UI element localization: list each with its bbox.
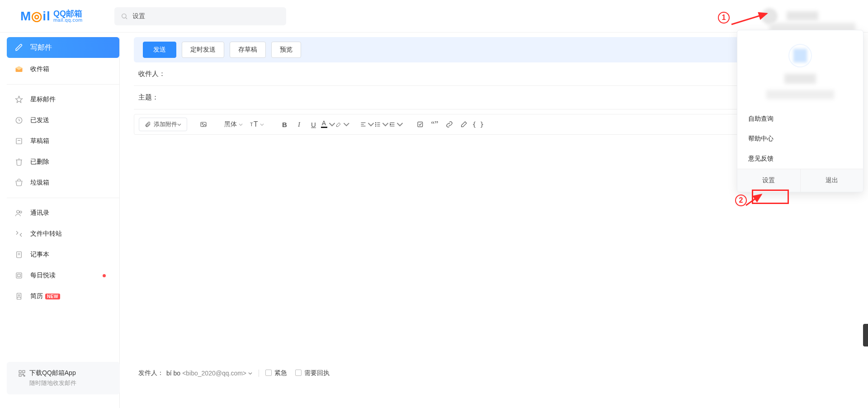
font-family-select[interactable]: 黑体 [221,120,246,128]
compose-footer: 发件人： bí bo <bibo_2020@qq.com> 紧急 需要回执 [134,363,861,383]
indent-button[interactable] [389,118,403,131]
chevron-down-icon [329,121,335,128]
sidebar-item-label: 收件箱 [30,65,49,73]
text-color-button[interactable]: A [321,118,335,131]
download-sub: 随时随地收发邮件 [29,379,120,387]
svg-rect-15 [19,370,21,373]
menu-feedback[interactable]: 意见反馈 [737,149,863,169]
menu-settings[interactable]: 设置 [737,169,800,192]
chevron-down-icon[interactable] [248,371,252,375]
list-button[interactable] [374,118,389,131]
sidebar-item-label: 已发送 [30,116,49,124]
chevron-down-icon [239,123,243,127]
underline-button[interactable]: U [307,118,321,131]
sidebar-item-label: 每日悦读 [30,271,56,280]
search-input[interactable] [132,13,280,20]
compose-label: 写邮件 [30,43,52,52]
sidebar-item-notes[interactable]: 记事本 [7,244,119,265]
sidebar-item-daily[interactable]: 每日悦读 [7,265,119,286]
avatar-large[interactable] [788,44,812,67]
highlight-color-button[interactable] [335,118,350,131]
qr-icon [18,370,26,377]
italic-button[interactable]: I [292,118,307,131]
sidebar-item-spam[interactable]: 垃圾箱 [7,172,119,193]
label: 发送 [153,46,166,54]
new-badge: NEW [45,294,60,299]
sidebar-item-contacts[interactable]: 通讯录 [7,203,119,223]
paperclip-icon [145,121,151,128]
menu-logout[interactable]: 退出 [800,169,863,192]
contacts-icon [15,209,23,217]
chevron-down-icon [177,123,181,127]
receipt-checkbox[interactable]: 需要回执 [295,369,330,377]
link-button[interactable] [442,118,457,131]
compose-button[interactable]: 写邮件 [7,37,119,58]
logo-text: QQ邮箱 mail.qq.com [53,9,83,23]
label: 退出 [826,176,838,185]
notes-icon [15,251,23,259]
menu-help-center[interactable]: 帮助中心 [737,129,863,149]
label: 存草稿 [238,46,257,54]
search-box[interactable] [114,7,286,25]
svg-point-25 [375,123,376,123]
header: M◎il QQ邮箱 mail.qq.com [0,0,868,33]
sidebar-item-label: 已删除 [30,158,49,166]
urgent-checkbox[interactable]: 紧急 [265,369,287,377]
spam-icon [15,179,23,187]
clock-icon [15,116,23,124]
logo-domain: mail.qq.com [53,18,83,23]
logo-cn: QQ邮箱 [53,9,83,18]
account-menu: 自助查询 帮助中心 意见反馈 设置 退出 [737,30,863,192]
from-label: 发件人： [138,369,164,377]
checklist-button[interactable] [413,118,428,131]
svg-rect-13 [17,293,21,299]
sidebar-item-inbox[interactable]: 收件箱 [7,59,119,80]
label: 预览 [280,46,292,54]
subject-label: 主题： [138,93,159,102]
download-title: 下载QQ邮箱App [29,369,76,377]
sidebar: 写邮件 收件箱 星标邮件 已发送 草稿箱 已删除 垃圾箱 通讯录 文件中转站 记… [7,37,120,408]
svg-point-27 [375,126,376,126]
label: 添加附件 [154,120,177,128]
menu-self-help[interactable]: 自助查询 [737,109,863,129]
scheduled-send-button[interactable]: 定时发送 [182,42,224,58]
svg-rect-18 [23,374,24,375]
divider [259,370,259,377]
download-app-card[interactable]: 下载QQ邮箱App 随时随地收发邮件 [7,362,120,394]
svg-marker-2 [16,96,23,103]
sidebar-item-drafts[interactable]: 草稿箱 [7,131,119,152]
sidebar-item-resume[interactable]: 简历 NEW [7,286,119,307]
save-draft-button[interactable]: 存草稿 [230,42,266,58]
code-button[interactable]: { } [471,118,486,131]
sidebar-item-label: 通讯录 [30,209,49,217]
read-icon [15,271,23,280]
svg-rect-11 [16,273,22,278]
sidebar-item-filehub[interactable]: 文件中转站 [7,223,119,244]
pencil-icon [15,43,23,52]
avatar[interactable] [761,8,778,24]
svg-rect-4 [16,138,22,144]
divider [7,198,119,198]
eraser-button[interactable] [457,118,471,131]
bold-button[interactable]: B [278,118,292,131]
sidebar-item-deleted[interactable]: 已删除 [7,152,119,172]
logo[interactable]: M◎il QQ邮箱 mail.qq.com [20,9,83,24]
svg-point-6 [17,210,19,213]
sidebar-item-starred[interactable]: 星标邮件 [7,89,119,110]
image-button[interactable] [196,118,211,131]
side-handle[interactable] [863,324,868,346]
quote-button[interactable]: “” [428,118,442,131]
align-button[interactable] [360,118,374,131]
from-email[interactable]: <bibo_2020@qq.com> [182,370,246,377]
chevron-down-icon [368,121,374,128]
font-size-select[interactable]: TT [246,120,268,128]
svg-rect-12 [18,274,20,277]
attach-button[interactable]: 添加附件 [139,118,187,131]
sidebar-item-sent[interactable]: 已发送 [7,110,119,131]
star-icon [15,95,23,104]
chevron-down-icon [343,121,350,128]
sidebar-item-label: 简历 [30,292,43,300]
send-button[interactable]: 发送 [143,42,176,58]
svg-point-7 [20,211,22,213]
preview-button[interactable]: 预览 [271,42,301,58]
